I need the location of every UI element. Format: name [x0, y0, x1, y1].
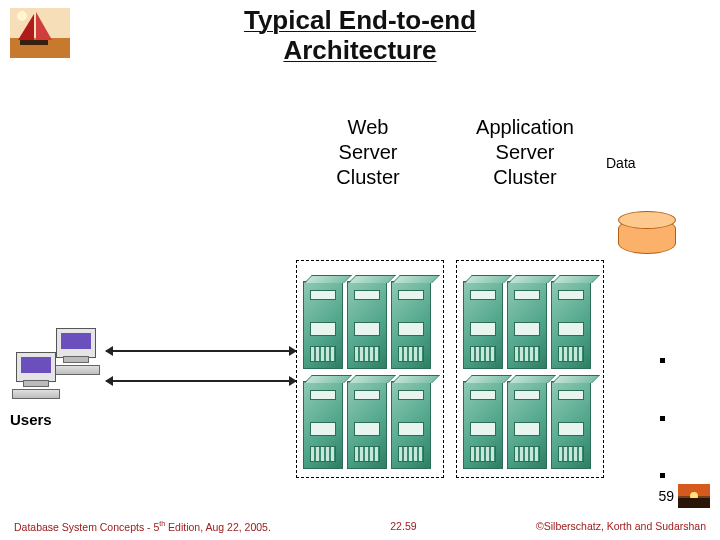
label-web-cluster: WebServerCluster: [306, 115, 430, 190]
ellipsis-dots-icon: [660, 358, 680, 478]
slide-title: Typical End-to-end Architecture: [170, 6, 550, 66]
database-cylinder-icon: [618, 218, 676, 254]
server-icon: [303, 381, 343, 469]
server-icon: [551, 381, 591, 469]
svg-point-2: [17, 11, 27, 21]
server-icon: [347, 281, 387, 369]
server-icon: [347, 381, 387, 469]
footer: Database System Concepts - 5th Edition, …: [0, 518, 720, 534]
svg-rect-10: [678, 498, 710, 508]
label-app-cluster: ApplicationServerCluster: [450, 115, 600, 190]
footer-center: 22.59: [390, 520, 416, 532]
svg-rect-6: [20, 40, 48, 45]
footer-right: ©Silberschatz, Korth and Sudarshan: [536, 520, 706, 532]
server-icon: [303, 281, 343, 369]
footer-left: Database System Concepts - 5th Edition, …: [14, 520, 271, 533]
label-data: Data: [606, 155, 636, 173]
server-icon: [507, 281, 547, 369]
server-icon: [391, 381, 431, 469]
server-icon: [463, 281, 503, 369]
web-server-cluster-box: [296, 260, 444, 478]
sunset-thumbnail-icon: [678, 484, 710, 508]
server-icon: [507, 381, 547, 469]
page-number-corner: 59: [658, 488, 674, 504]
server-icon: [551, 281, 591, 369]
sailboat-logo-icon: [10, 8, 70, 58]
server-icon: [391, 281, 431, 369]
app-server-cluster-box: [456, 260, 604, 478]
arrow-users-web-2: [106, 380, 296, 382]
server-icon: [463, 381, 503, 469]
users-workstations-icon: [16, 328, 106, 400]
arrow-users-web: [106, 350, 296, 352]
label-users: Users: [10, 411, 52, 428]
